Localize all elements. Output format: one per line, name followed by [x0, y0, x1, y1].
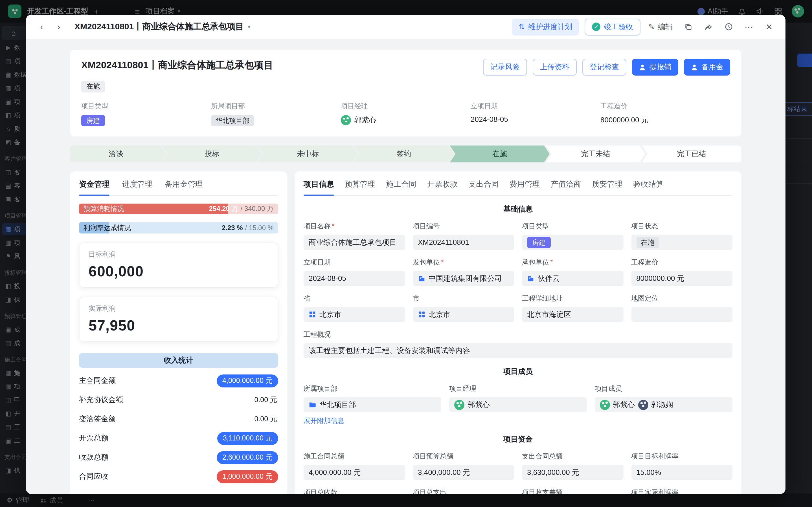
city-input[interactable]: 北京市: [413, 307, 514, 322]
tab[interactable]: 进度管理: [122, 179, 152, 195]
stage-item[interactable]: 在施: [450, 146, 550, 162]
province-input[interactable]: 北京市: [304, 307, 405, 322]
tab[interactable]: 施工合同: [386, 179, 417, 195]
tab[interactable]: 预算管理: [345, 179, 375, 195]
stage-item[interactable]: 洽谈: [70, 146, 166, 162]
edit-icon: ✎: [648, 22, 655, 31]
stage-item[interactable]: 签约: [354, 146, 454, 162]
close-icon[interactable]: ✕: [762, 19, 776, 34]
manage-button[interactable]: ⚙ 管理: [7, 496, 29, 505]
start-date-input[interactable]: 2024-08-05: [304, 271, 405, 286]
register-check-button[interactable]: 登记检查: [582, 59, 626, 75]
sidebar-item[interactable]: ▤ 客: [2, 180, 29, 192]
more-icon[interactable]: ⋯: [742, 19, 756, 34]
maintain-plan-button[interactable]: ⇅ 维护进度计划: [512, 18, 579, 35]
sidebar-item[interactable]: ◨ 供: [2, 465, 29, 476]
sidebar-item[interactable]: ◨ 保: [2, 294, 29, 306]
target-rate-input[interactable]: 15.00%: [631, 465, 733, 480]
sidebar-item-icon: ◨: [4, 466, 12, 475]
submit-expense-button[interactable]: 提报销: [632, 59, 678, 75]
owner-unit-input[interactable]: 中国建筑集团有限公司: [413, 271, 514, 286]
map-location-input[interactable]: [631, 307, 733, 322]
expense-total-input[interactable]: 3,630,000.00 元: [522, 465, 623, 480]
sidebar-item[interactable]: ⌂: [2, 26, 27, 40]
sidebar-item[interactable]: ▶ 数: [2, 42, 29, 54]
contract-total-input[interactable]: 4,000,000.00 元: [304, 465, 405, 480]
record-risk-button[interactable]: 记录风险: [483, 59, 527, 75]
completion-check-button[interactable]: ✓ 竣工验收: [585, 18, 641, 35]
sidebar-item[interactable]: 施工合同: [2, 354, 29, 365]
edit-button[interactable]: ✎ 编辑: [646, 18, 675, 35]
partial-bid-result-button[interactable]: 标结果: [782, 102, 812, 116]
sidebar-item[interactable]: 项目管理: [2, 210, 29, 222]
department-input[interactable]: 华北项目部: [304, 397, 441, 412]
app-logo-icon[interactable]: [8, 4, 21, 18]
sidebar-item[interactable]: ◫ 客: [2, 166, 29, 178]
project-code-input[interactable]: XM2024110801: [413, 235, 514, 250]
project-name-input[interactable]: 商业综合体施工总承包项目: [304, 235, 405, 250]
tab[interactable]: 资金管理: [79, 179, 109, 195]
sidebar-item[interactable]: 支出合同: [2, 451, 29, 463]
sidebar-item[interactable]: ▤ 项: [2, 55, 29, 67]
sidebar-item[interactable]: ▤ 工: [2, 421, 29, 433]
sidebar-item[interactable]: ⚑ 风: [2, 250, 29, 262]
sidebar-item[interactable]: ▦ 施: [2, 367, 29, 379]
sidebar-item[interactable]: ▣ 成: [2, 324, 29, 336]
stage-item[interactable]: 完工已结: [642, 146, 742, 162]
share-icon[interactable]: [701, 19, 715, 34]
tab[interactable]: 项目信息: [304, 179, 334, 195]
expand-info-link[interactable]: 展开附加信息: [304, 416, 441, 426]
petty-cash-button[interactable]: 备用金: [684, 59, 730, 75]
next-record-button[interactable]: ›: [52, 20, 65, 34]
tab[interactable]: 支出合同: [468, 179, 499, 195]
stage-item[interactable]: 未中标: [258, 146, 358, 162]
sidebar-item[interactable]: 客户管理: [2, 153, 29, 165]
members-button[interactable]: 成员: [40, 496, 63, 505]
project-type-input[interactable]: 房建: [522, 235, 623, 250]
sidebar-item[interactable]: ◧ 项: [2, 109, 29, 121]
stage-label: 完工未结: [581, 149, 610, 159]
amount-row: 补充协议金额 0.00 元: [79, 390, 278, 409]
sidebar-item[interactable]: ◧ 投: [2, 280, 29, 292]
sidebar-item[interactable]: ▦ 项: [2, 223, 29, 235]
sidebar-item[interactable]: ◩ 备: [2, 136, 29, 148]
stage-item[interactable]: 投标: [162, 146, 262, 162]
sidebar-item[interactable]: ▥ 项: [2, 82, 29, 94]
tab[interactable]: 验收结算: [633, 179, 664, 195]
stage-item[interactable]: 完工未结: [546, 146, 646, 162]
tab[interactable]: 费用管理: [509, 179, 540, 195]
overview-input[interactable]: 该工程主要包括土建工程、设备安装和调试等内容: [304, 343, 733, 358]
sidebar-item[interactable]: ▣ 工: [2, 435, 29, 447]
income-stats-button[interactable]: 收入统计: [79, 353, 278, 368]
project-status-input[interactable]: 在施: [631, 235, 733, 250]
budget-total-input[interactable]: 3,400,000.00 元: [413, 465, 514, 480]
partial-action-button[interactable]: [797, 54, 812, 67]
sidebar-item[interactable]: ◧ 开: [2, 408, 29, 419]
sidebar-item[interactable]: ▤ 成: [2, 337, 29, 349]
sidebar-item[interactable]: ⌂ 质: [2, 123, 29, 135]
upload-file-button[interactable]: 上传资料: [533, 59, 577, 75]
sidebar-item[interactable]: 预算管理: [2, 310, 29, 322]
prev-record-button[interactable]: ‹: [35, 20, 49, 34]
tab[interactable]: 产值洽商: [551, 179, 581, 195]
contractor-unit-input[interactable]: 伙伴云: [522, 271, 623, 286]
manager-input[interactable]: 郭紫心: [449, 397, 587, 412]
sidebar-item[interactable]: ▣ 项: [2, 96, 29, 108]
sidebar-item[interactable]: ▣ 客: [2, 193, 29, 205]
team-members-input[interactable]: 郭紫心 郭淑娴: [595, 397, 733, 412]
more-icon[interactable]: ⋯: [88, 496, 95, 504]
sidebar-item[interactable]: ▥ 项: [2, 381, 29, 393]
tab[interactable]: 备用金管理: [165, 179, 203, 195]
project-cost-input[interactable]: 8000000.00 元: [631, 271, 733, 286]
tab[interactable]: 质安管理: [592, 179, 622, 195]
address-input[interactable]: 北京市海淀区: [522, 307, 623, 322]
caret-down-icon[interactable]: ▾: [248, 24, 250, 30]
sidebar-item[interactable]: ▦ 数据看板: [2, 69, 29, 81]
sidebar-item[interactable]: 投标管理: [2, 267, 29, 279]
sidebar-item[interactable]: ◫ 甲: [2, 394, 29, 406]
user-avatar[interactable]: [792, 5, 804, 17]
copy-icon[interactable]: [681, 19, 695, 34]
tab[interactable]: 开票收款: [427, 179, 457, 195]
history-icon[interactable]: [721, 19, 736, 34]
sidebar-item[interactable]: ▥ 项: [2, 237, 29, 249]
